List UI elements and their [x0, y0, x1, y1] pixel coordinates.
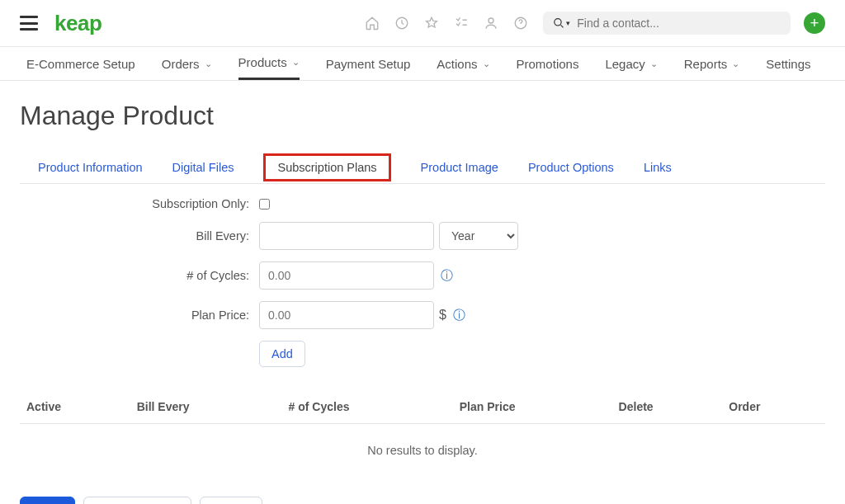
- chevron-down-icon: ⌄: [650, 59, 658, 69]
- chevron-down-icon: ⌄: [483, 59, 490, 69]
- plan-price-help-icon[interactable]: ⓘ: [453, 308, 465, 323]
- header-icons: [365, 16, 528, 31]
- table-header-row: Active Bill Every # of Cycles Plan Price…: [20, 390, 825, 424]
- nav-payment-setup[interactable]: Payment Setup: [326, 47, 411, 80]
- col-order: Order: [722, 390, 825, 424]
- chevron-down-icon: ⌄: [732, 59, 739, 69]
- page-title: Manage Product: [20, 101, 825, 131]
- subscription-only-label: Subscription Only:: [20, 197, 259, 210]
- help-icon[interactable]: [513, 16, 528, 31]
- col-plan-price: Plan Price: [453, 390, 612, 424]
- nav-orders[interactable]: Orders⌄: [162, 47, 212, 80]
- cycles-help-icon[interactable]: ⓘ: [441, 268, 453, 284]
- add-plan-button[interactable]: Add: [259, 341, 305, 367]
- top-bar: keap ▾ +: [0, 0, 845, 46]
- nav-reports[interactable]: Reports⌄: [684, 47, 740, 80]
- nav-label: Payment Setup: [326, 57, 411, 71]
- clock-icon[interactable]: [394, 16, 409, 31]
- menu-icon[interactable]: [20, 16, 38, 31]
- nav-label: Legacy: [605, 57, 644, 71]
- chevron-down-icon: ⌄: [205, 59, 212, 69]
- bill-every-unit-select[interactable]: Year: [439, 222, 518, 250]
- nav-label: Actions: [437, 57, 477, 71]
- search-caret-icon: ▾: [566, 19, 570, 27]
- plan-price-input[interactable]: [259, 301, 434, 329]
- tab-product-image[interactable]: Product Image: [421, 161, 498, 174]
- nav-ecommerce-setup[interactable]: E-Commerce Setup: [26, 47, 135, 80]
- nav-label: Promotions: [517, 57, 579, 71]
- search-box[interactable]: ▾: [543, 12, 791, 35]
- plan-price-label: Plan Price:: [20, 309, 259, 322]
- nav-actions[interactable]: Actions⌄: [437, 47, 489, 80]
- col-cycles: # of Cycles: [282, 390, 453, 424]
- nav-label: Settings: [766, 57, 810, 71]
- nav-label: Reports: [684, 57, 728, 71]
- save-search-button[interactable]: Save & Search: [83, 497, 191, 504]
- nav-legacy[interactable]: Legacy⌄: [605, 47, 657, 80]
- col-delete: Delete: [612, 390, 723, 424]
- tasks-icon[interactable]: [454, 16, 469, 31]
- tab-product-information[interactable]: Product Information: [38, 161, 143, 174]
- subscription-form: Subscription Only: Bill Every: Year # of…: [20, 197, 531, 367]
- table-empty-message: No results to display.: [20, 424, 825, 477]
- nav-products[interactable]: Products⌄: [238, 47, 300, 80]
- subscription-only-checkbox[interactable]: [259, 199, 270, 210]
- chevron-down-icon: ⌄: [292, 57, 300, 68]
- nav-label: Products: [238, 55, 287, 69]
- tab-subscription-plans[interactable]: Subscription Plans: [263, 153, 390, 181]
- nav-settings[interactable]: Settings: [766, 47, 810, 80]
- product-tabs: Product Information Digital Files Subscr…: [20, 151, 825, 184]
- plans-table: Active Bill Every # of Cycles Plan Price…: [20, 390, 825, 424]
- search-icon: [553, 16, 564, 30]
- home-icon[interactable]: [365, 16, 380, 31]
- star-icon[interactable]: [424, 16, 439, 31]
- nav-label: Orders: [162, 57, 200, 71]
- action-buttons: Save Save & Search Delete: [20, 497, 825, 504]
- delete-button[interactable]: Delete: [200, 497, 262, 504]
- tab-digital-files[interactable]: Digital Files: [172, 161, 234, 174]
- nav-promotions[interactable]: Promotions: [517, 47, 579, 80]
- save-button[interactable]: Save: [20, 497, 75, 504]
- nav-label: E-Commerce Setup: [26, 57, 135, 71]
- user-icon[interactable]: [484, 16, 498, 31]
- logo: keap: [54, 11, 101, 36]
- currency-symbol: $: [439, 308, 446, 323]
- cycles-input[interactable]: [259, 261, 434, 290]
- search-input[interactable]: [577, 16, 781, 30]
- cycles-label: # of Cycles:: [20, 269, 259, 282]
- add-button[interactable]: +: [804, 12, 825, 34]
- bill-every-input[interactable]: [259, 222, 434, 250]
- svg-point-1: [489, 18, 493, 23]
- col-active: Active: [20, 390, 130, 424]
- col-bill-every: Bill Every: [130, 390, 282, 424]
- page-content: Manage Product Product Information Digit…: [0, 81, 845, 504]
- tab-links[interactable]: Links: [644, 161, 672, 174]
- svg-point-3: [555, 19, 561, 26]
- tab-product-options[interactable]: Product Options: [528, 161, 614, 174]
- main-nav: E-Commerce Setup Orders⌄ Products⌄ Payme…: [0, 46, 845, 81]
- bill-every-label: Bill Every:: [20, 229, 259, 243]
